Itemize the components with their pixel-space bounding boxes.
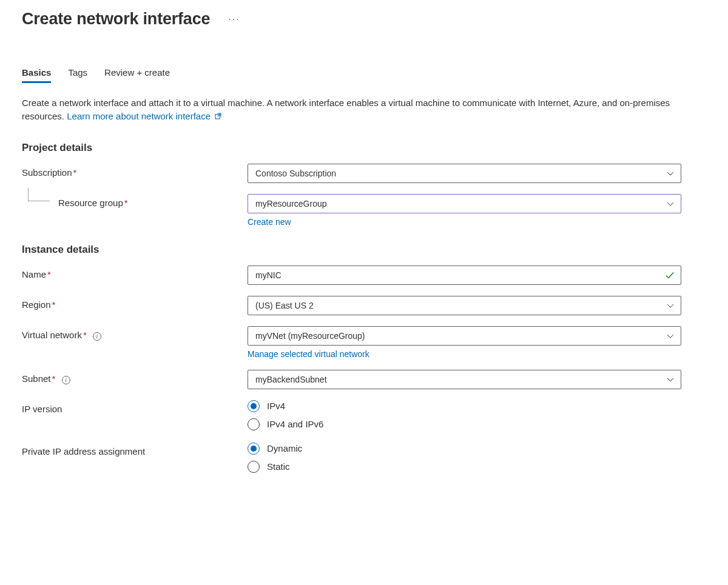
instance-details-heading: Instance details [22, 244, 706, 256]
radio-icon [248, 418, 260, 430]
subnet-select[interactable]: myBackendSubnet [248, 370, 681, 389]
chevron-down-icon [666, 199, 675, 208]
radio-label: Static [267, 461, 290, 472]
radio-icon [248, 461, 260, 473]
intro-text: Create a network interface and attach it… [22, 96, 706, 124]
info-icon[interactable]: i [93, 332, 101, 341]
resource-group-value: myResourceGroup [255, 199, 327, 209]
name-value: myNIC [255, 270, 281, 280]
radio-ipv4-ipv6[interactable]: IPv4 and IPv6 [248, 418, 681, 430]
private-ip-label: Private IP address assignment [22, 443, 248, 456]
radio-static[interactable]: Static [248, 461, 681, 473]
more-options-icon[interactable]: ··· [228, 14, 240, 25]
chevron-down-icon [666, 375, 675, 384]
tab-tags[interactable]: Tags [68, 64, 87, 83]
ip-version-label: IP version [22, 400, 248, 414]
learn-more-link[interactable]: Learn more about network interface [67, 111, 222, 121]
region-label: Region* [22, 296, 248, 310]
region-select[interactable]: (US) East US 2 [248, 296, 681, 315]
name-label: Name* [22, 266, 248, 279]
create-new-link[interactable]: Create new [248, 217, 291, 227]
region-value: (US) East US 2 [255, 301, 314, 310]
radio-icon [248, 400, 260, 412]
radio-label: IPv4 [267, 401, 285, 411]
private-ip-radio-group: Dynamic Static [248, 443, 681, 473]
manage-vnet-link[interactable]: Manage selected virtual network [248, 349, 369, 359]
subscription-select[interactable]: Contoso Subscription [248, 164, 681, 183]
tree-connector-icon [28, 188, 50, 201]
radio-dynamic[interactable]: Dynamic [248, 443, 681, 455]
chevron-down-icon [666, 169, 675, 178]
learn-more-label: Learn more about network interface [67, 111, 211, 121]
subscription-label: Subscription* [22, 164, 248, 178]
subnet-label: Subnet* i [22, 370, 248, 384]
virtual-network-select[interactable]: myVNet (myResourceGroup) [248, 326, 681, 346]
chevron-down-icon [666, 332, 675, 340]
subnet-value: myBackendSubnet [255, 375, 327, 384]
virtual-network-label: Virtual network* i [22, 326, 248, 341]
tab-basics[interactable]: Basics [22, 64, 51, 83]
radio-label: IPv4 and IPv6 [267, 419, 323, 429]
external-link-icon [214, 110, 222, 124]
radio-label: Dynamic [267, 443, 302, 453]
name-input[interactable]: myNIC [248, 266, 681, 285]
resource-group-select[interactable]: myResourceGroup [248, 194, 681, 213]
chevron-down-icon [666, 301, 675, 310]
tab-review-create[interactable]: Review + create [104, 64, 170, 83]
subscription-value: Contoso Subscription [255, 169, 336, 178]
checkmark-icon [665, 270, 675, 280]
radio-icon [248, 443, 260, 455]
radio-ipv4[interactable]: IPv4 [248, 400, 681, 412]
project-details-heading: Project details [22, 142, 706, 154]
ip-version-radio-group: IPv4 IPv4 and IPv6 [248, 400, 681, 430]
tab-bar: Basics Tags Review + create [22, 64, 706, 83]
resource-group-label: Resource group* [22, 194, 248, 208]
page-title: Create network interface [22, 10, 210, 28]
virtual-network-value: myVNet (myResourceGroup) [255, 331, 365, 341]
info-icon[interactable]: i [62, 376, 70, 384]
